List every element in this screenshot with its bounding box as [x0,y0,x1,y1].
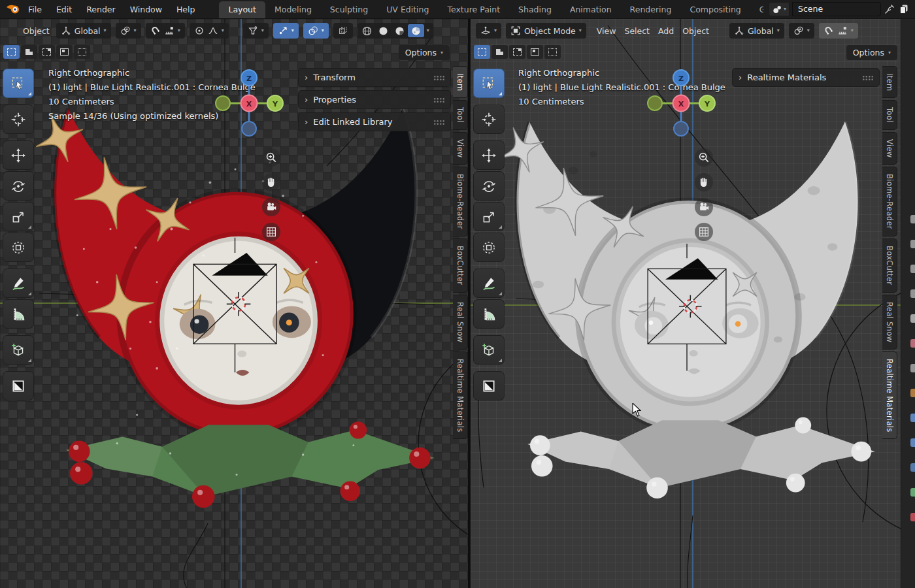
select-mode-subtract-button[interactable] [39,45,55,59]
properties-tab-icon[interactable] [910,513,915,521]
tool-scale[interactable] [473,202,505,231]
tool-rotate[interactable] [473,171,505,201]
properties-tab-icon[interactable] [910,414,915,422]
zoom-button[interactable] [695,148,713,167]
shading-material-button[interactable] [391,24,408,37]
tab-view[interactable]: View [453,132,468,165]
tab-biome-reader[interactable]: Biome-Reader [453,167,468,237]
properties-tab-icon[interactable] [910,215,915,223]
workspace-tab-texture-paint[interactable]: Texture Paint [438,1,509,18]
properties-editor-sliver[interactable] [901,19,915,588]
tab-item[interactable]: Item [882,66,897,98]
select-mode-extend-button[interactable] [491,45,508,59]
menu-window[interactable]: Window [123,5,169,14]
tool-add-cube[interactable] [473,335,505,365]
workspace-tab-geometry-nodes[interactable]: Geom [750,1,763,18]
workspace-tab-layout[interactable]: Layout [219,1,265,18]
pivot-dropdown[interactable]: ▾ [789,23,814,39]
select-mode-extend-button[interactable] [21,45,37,59]
camera-view-button[interactable] [262,198,280,216]
orientation-dropdown[interactable]: Global ▾ [729,23,784,39]
drag-grip-icon[interactable] [862,75,873,80]
workspace-tab-animation[interactable]: Animation [561,1,621,18]
pan-button[interactable] [262,173,280,191]
panel-properties[interactable]: › Properties [298,90,451,109]
snap-controls[interactable]: ▾ [819,23,858,39]
drag-grip-icon[interactable] [433,75,444,80]
properties-tab-icon[interactable] [910,364,915,372]
show-overlays-toggle[interactable]: ▾ [303,23,329,39]
panel-realtime-materials[interactable]: › Realtime Materials [732,68,880,87]
options-dropdown[interactable]: Options ▾ [399,45,450,60]
pin-icon[interactable] [884,3,895,15]
workspace-tab-modeling[interactable]: Modeling [265,1,321,18]
menu-render[interactable]: Render [79,5,123,14]
drag-grip-icon[interactable] [433,97,444,103]
tool-measure[interactable] [3,299,34,329]
properties-tab-icon[interactable] [910,438,915,447]
pivot-dropdown[interactable]: ▾ [116,23,141,39]
tool-transform[interactable] [3,233,34,262]
select-mode-intersect-button[interactable] [74,45,90,59]
zoom-button[interactable] [262,148,280,167]
tool-boxcutter[interactable] [473,371,505,400]
select-mode-subtract-button[interactable] [509,45,525,59]
select-mode-intersect-button[interactable] [544,45,561,59]
shading-wireframe-button[interactable] [359,24,375,37]
menu-help[interactable]: Help [169,5,203,14]
properties-tab-icon[interactable] [910,488,915,497]
visibility-filter-dropdown[interactable]: ▾ [243,23,269,39]
tool-transform[interactable] [473,233,505,262]
properties-tab-icon[interactable] [910,265,915,273]
snap-controls[interactable]: ▾ [146,23,185,39]
properties-tab-icon[interactable] [910,463,915,472]
select-mode-invert-button[interactable] [56,45,73,59]
tool-annotate[interactable] [473,269,505,298]
tool-annotate[interactable] [3,269,34,298]
mode-dropdown[interactable]: Object Mode ▾ [506,23,586,39]
panel-transform[interactable]: › Transform [298,68,451,87]
menu-edit[interactable]: Edit [49,5,79,14]
drag-grip-icon[interactable] [433,120,444,125]
options-dropdown[interactable]: Options ▾ [846,45,897,60]
properties-tab-icon[interactable] [910,240,915,248]
tab-realtime-materials[interactable]: Realtime Materials [453,351,468,440]
tool-boxcutter[interactable] [3,371,34,400]
tool-move[interactable] [473,140,505,170]
tab-boxcutter[interactable]: BoxCutter [453,238,468,292]
editor-type-dropdown[interactable]: ▾ [476,23,501,39]
tab-item[interactable]: Item [453,66,468,98]
properties-tab-icon[interactable] [910,314,915,323]
workspace-tab-shading[interactable]: Shading [509,1,561,18]
ortho-toggle-button[interactable] [262,223,280,241]
select-mode-set-button[interactable] [474,45,490,59]
xray-toggle[interactable] [333,23,353,39]
workspace-tab-uv-editing[interactable]: UV Editing [377,1,438,18]
select-mode-set-button[interactable] [3,45,20,59]
menu-file[interactable]: File [21,5,49,14]
viewport-rendered[interactable]: Object Global ▾ ▾ ▾ ▾ [0,19,468,588]
menu-object[interactable]: Object [680,26,711,36]
workspace-tab-compositing[interactable]: Compositing [680,1,750,18]
axis-navigation-gizmo[interactable]: Z Y X [213,67,285,139]
mode-dropdown[interactable]: Object [21,26,52,36]
tab-realtime-materials[interactable]: Realtime Materials [882,351,897,440]
properties-tab-icon[interactable] [910,389,915,397]
tab-real-snow[interactable]: Real Snow [453,295,468,350]
chevron-down-icon[interactable]: ▾ [424,24,432,37]
tab-biome-reader[interactable]: Biome-Reader [882,167,897,237]
select-mode-invert-button[interactable] [527,45,543,59]
axis-navigation-gizmo[interactable]: Z Y X [645,67,717,139]
menu-view[interactable]: View [595,26,618,36]
camera-view-button[interactable] [695,198,713,216]
tool-scale[interactable] [3,202,34,231]
scene-name-field[interactable]: Scene [792,2,881,16]
shading-rendered-button[interactable] [408,24,424,37]
orientation-dropdown[interactable]: Global ▾ [56,23,111,39]
tab-boxcutter[interactable]: BoxCutter [882,238,897,292]
ortho-toggle-button[interactable] [695,223,713,241]
workspace-tab-sculpting[interactable]: Sculpting [321,1,377,18]
menu-select[interactable]: Select [622,26,652,36]
tool-add-cube[interactable] [3,335,34,365]
show-gizmo-toggle[interactable]: ▾ [273,23,299,39]
